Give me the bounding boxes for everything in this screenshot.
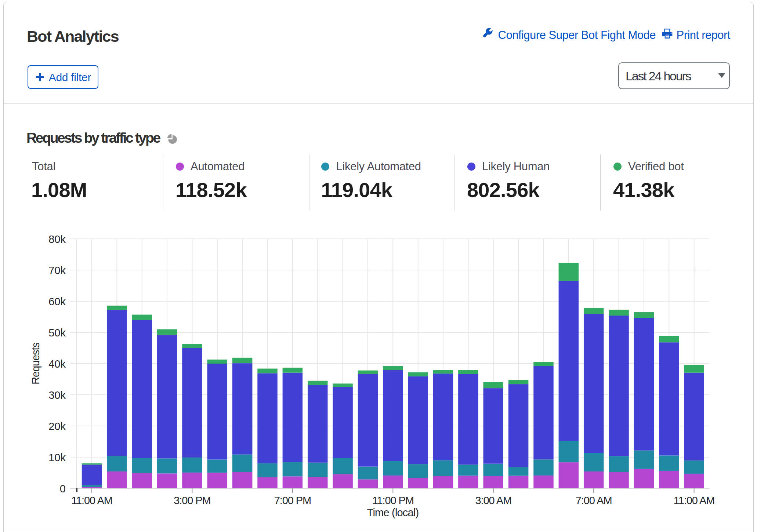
svg-text:50k: 50k xyxy=(48,327,66,339)
svg-text:11:00 PM: 11:00 PM xyxy=(372,495,414,506)
svg-text:20k: 20k xyxy=(48,420,66,432)
svg-text:7:00 AM: 7:00 AM xyxy=(576,495,612,506)
svg-text:40k: 40k xyxy=(48,358,66,370)
svg-text:Time (local): Time (local) xyxy=(367,507,419,518)
svg-text:11:00 AM: 11:00 AM xyxy=(674,495,715,506)
svg-text:30k: 30k xyxy=(48,389,66,401)
svg-text:3:00 PM: 3:00 PM xyxy=(174,495,210,506)
svg-text:10k: 10k xyxy=(48,452,66,463)
svg-text:3:00 AM: 3:00 AM xyxy=(475,495,511,506)
svg-text:0: 0 xyxy=(60,483,66,495)
svg-text:Requests: Requests xyxy=(30,343,41,385)
svg-text:11:00 AM: 11:00 AM xyxy=(71,495,112,506)
svg-text:80k: 80k xyxy=(48,233,66,245)
svg-text:7:00 PM: 7:00 PM xyxy=(274,495,311,506)
svg-text:60k: 60k xyxy=(48,296,66,307)
svg-text:70k: 70k xyxy=(48,265,66,276)
